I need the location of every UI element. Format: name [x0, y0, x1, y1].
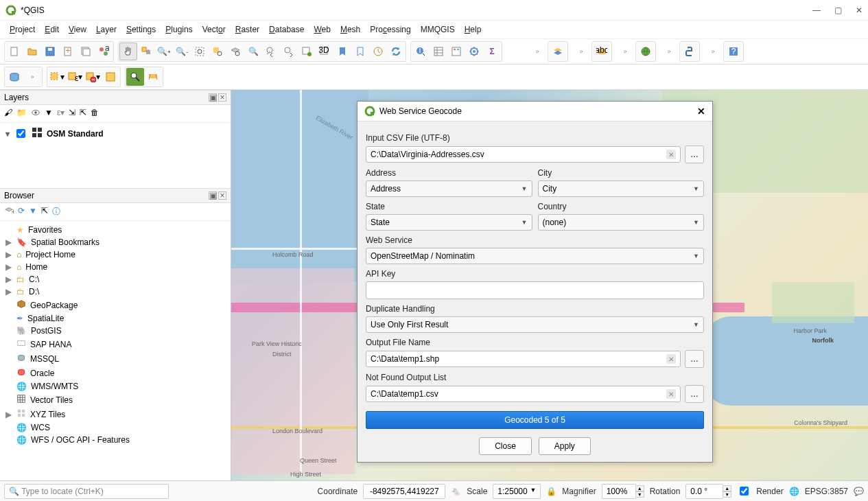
city-select[interactable]: City: [538, 180, 705, 197]
new-bookmark-icon[interactable]: [333, 43, 351, 60]
menu-web[interactable]: Web: [309, 23, 334, 36]
menu-mesh[interactable]: Mesh: [336, 23, 364, 36]
new-map-view-icon[interactable]: [298, 43, 316, 60]
new-project-icon[interactable]: [5, 43, 23, 60]
browser-item-favorites[interactable]: ★Favorites: [3, 224, 228, 236]
rotation-up[interactable]: ▲: [723, 485, 731, 491]
address-select[interactable]: Address: [366, 180, 532, 197]
magnifier-field[interactable]: 100%: [602, 484, 636, 499]
minimize-button[interactable]: —: [812, 5, 821, 15]
pan-icon[interactable]: [119, 43, 137, 60]
magnifier-down[interactable]: ▼: [635, 491, 644, 498]
dialog-close-icon[interactable]: ✕: [697, 106, 705, 117]
zoom-out-icon[interactable]: 🔍-: [173, 43, 191, 60]
layers-tree[interactable]: ▾ OSM Standard: [0, 123, 231, 188]
style-manager-icon[interactable]: a: [95, 43, 113, 60]
zoom-selection-icon[interactable]: [209, 43, 226, 60]
pan-to-selection-icon[interactable]: [137, 43, 155, 60]
select-all-icon[interactable]: [102, 68, 119, 86]
zoom-layer-icon[interactable]: [226, 43, 244, 60]
statistics-icon[interactable]: Σ: [483, 43, 501, 60]
temporal-icon[interactable]: [369, 43, 387, 60]
zoom-last-icon[interactable]: [262, 43, 280, 60]
layer-style-icon[interactable]: 🖌: [4, 108, 12, 119]
collapse-icon[interactable]: ▾: [5, 129, 10, 139]
properties-icon[interactable]: ⓘ: [52, 206, 60, 218]
menu-layer[interactable]: Layer: [92, 23, 121, 36]
duplicate-select[interactable]: Use Only First Result: [366, 316, 704, 333]
close-window-button[interactable]: ✕: [856, 5, 863, 15]
browser-item-wfs[interactable]: 🌐WFS / OGC API - Features: [3, 434, 228, 446]
select-by-value-icon[interactable]: ε▾: [66, 68, 84, 86]
browser-item-mssql[interactable]: MSSQL: [3, 351, 228, 366]
clear-icon[interactable]: ✕: [666, 354, 676, 364]
layer-row-osm[interactable]: ▾ OSM Standard: [5, 127, 225, 140]
python-console-icon[interactable]: [681, 43, 699, 60]
not-found-field[interactable]: C:\Data\temp1.csv✕: [366, 386, 681, 402]
add-group-icon[interactable]: 📁: [16, 108, 27, 119]
data-source-manager-icon[interactable]: [5, 68, 23, 86]
overflow-3[interactable]: »: [616, 43, 634, 60]
field-calculator-icon[interactable]: [447, 43, 465, 60]
browser-filter-icon[interactable]: ▼: [29, 206, 37, 218]
browser-item-xyz[interactable]: ▶XYZ Tiles: [3, 407, 228, 421]
browser-item-oracle[interactable]: Oracle: [3, 366, 228, 380]
map-tips-icon[interactable]: [144, 68, 162, 86]
manage-visibility-icon[interactable]: [31, 108, 40, 119]
magnifier-up[interactable]: ▲: [635, 485, 644, 491]
label-tool-icon[interactable]: abc: [593, 43, 611, 60]
overflow-ds[interactable]: »: [23, 68, 41, 86]
layers-close-icon[interactable]: ×: [218, 93, 226, 102]
measure-icon[interactable]: [126, 68, 144, 86]
messages-icon[interactable]: 💬: [854, 487, 864, 496]
browser-item-vectortiles[interactable]: Vector Tiles: [3, 393, 228, 407]
collapse-all-browser-icon[interactable]: ⇱: [41, 206, 48, 218]
layer-tool-icon[interactable]: [549, 43, 567, 60]
layer-visibility-checkbox[interactable]: [16, 129, 25, 138]
toggle-extents-icon[interactable]: 🐁: [451, 487, 461, 496]
scale-field[interactable]: 1:25000▼: [493, 484, 541, 499]
menu-help[interactable]: Help: [460, 23, 486, 36]
rotation-down[interactable]: ▼: [723, 491, 731, 498]
close-button[interactable]: Close: [479, 437, 532, 455]
clear-icon[interactable]: ✕: [666, 389, 676, 399]
overflow-2[interactable]: »: [572, 43, 590, 60]
filter-expression-icon[interactable]: ε▾: [57, 108, 64, 119]
browser-item-saphana[interactable]: SAP HANA: [3, 337, 228, 351]
state-select[interactable]: State: [366, 214, 532, 231]
output-file-field[interactable]: C:\Data\temp1.shp✕: [366, 351, 681, 367]
browse-output-button[interactable]: …: [685, 350, 704, 368]
browser-refresh-icon[interactable]: ⟳: [18, 206, 25, 218]
country-select[interactable]: (none): [538, 214, 705, 231]
show-bookmarks-icon[interactable]: [351, 43, 369, 60]
menu-processing[interactable]: Processing: [366, 23, 414, 36]
browse-input-button[interactable]: …: [685, 145, 704, 163]
save-icon[interactable]: [41, 43, 59, 60]
deselect-icon[interactable]: ▾: [84, 68, 102, 86]
menu-raster[interactable]: Raster: [231, 23, 263, 36]
new-print-layout-icon[interactable]: +: [59, 43, 77, 60]
dialog-titlebar[interactable]: Web Service Geocode ✕: [357, 102, 712, 121]
browser-close-icon[interactable]: ×: [218, 191, 226, 200]
overflow-4[interactable]: »: [660, 43, 678, 60]
browse-notfound-button[interactable]: …: [685, 385, 704, 403]
overflow-1[interactable]: »: [528, 43, 546, 60]
browser-item-spatialite[interactable]: ✒SpatiaLite: [3, 312, 228, 325]
browser-item-wcs[interactable]: 🌐WCS: [3, 421, 228, 434]
input-csv-field[interactable]: C:\Data\Virginia-Addresses.csv✕: [366, 146, 681, 163]
apply-button[interactable]: Apply: [539, 437, 591, 455]
identify-icon[interactable]: i: [412, 43, 430, 60]
locator-input[interactable]: 🔍 Type to locate (Ctrl+K): [4, 484, 169, 499]
open-project-icon[interactable]: [23, 43, 41, 60]
menu-edit[interactable]: Edit: [40, 23, 63, 36]
browser-item-project-home[interactable]: ▶⌂Project Home: [3, 248, 228, 261]
menu-database[interactable]: Database: [265, 23, 308, 36]
crs-icon[interactable]: 🌐: [789, 487, 799, 496]
menu-mmqgis[interactable]: MMQGIS: [417, 23, 459, 36]
add-layer-icon[interactable]: +: [4, 206, 14, 218]
web-service-select[interactable]: OpenStreetMap / Nominatim: [366, 248, 704, 264]
lock-scale-icon[interactable]: 🔒: [546, 487, 556, 496]
zoom-native-icon[interactable]: 🔍: [244, 43, 262, 60]
processing-toolbox-icon[interactable]: [465, 43, 483, 60]
help-icon[interactable]: ?: [725, 43, 742, 60]
